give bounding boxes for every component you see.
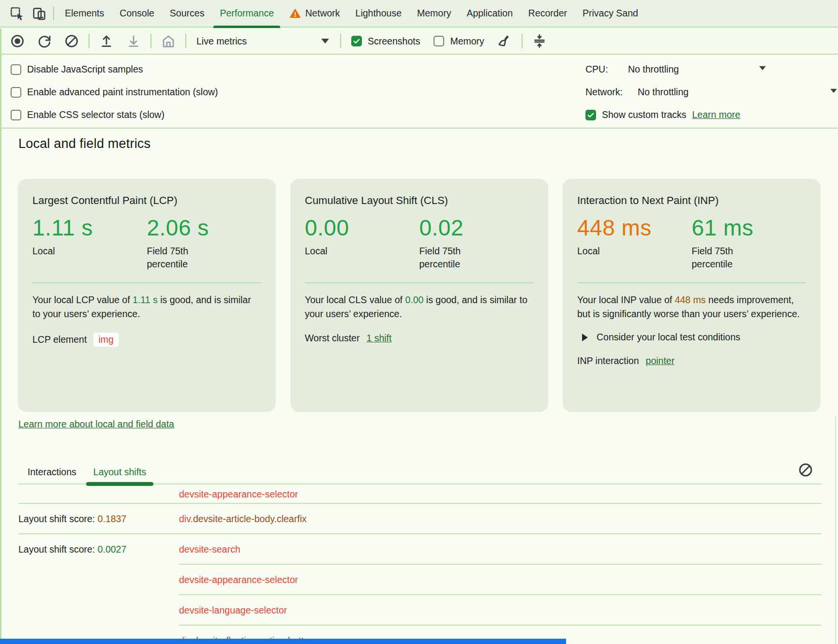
cls-worst-cluster-link[interactable]: 1 shift [366, 333, 391, 344]
cls-local-value: 0.00 [305, 215, 419, 241]
advanced-paint-row[interactable]: Enable advanced paint instrumentation (s… [11, 81, 218, 103]
cpu-throttling-select[interactable]: No throttling [628, 64, 679, 75]
tab-memory[interactable]: Memory [409, 0, 459, 27]
tab-interactions[interactable]: Interactions [20, 460, 84, 483]
collapse-panel-icon[interactable] [527, 30, 552, 52]
element-link[interactable]: div [179, 513, 190, 524]
cls-field-value: 0.02 [419, 215, 534, 241]
score-value: 0.1837 [98, 513, 127, 524]
tab-label: Memory [417, 8, 451, 19]
save-profile-button[interactable] [121, 30, 146, 52]
reload-and-record-button[interactable] [32, 30, 57, 52]
tab-label: Interactions [28, 467, 76, 478]
tab-application[interactable]: Application [459, 0, 520, 27]
clear-log-icon[interactable] [797, 462, 814, 478]
device-toolbar-icon[interactable] [28, 2, 50, 25]
disable-js-samples-row[interactable]: Disable JavaScript samples [11, 58, 218, 81]
css-selector-stats-row[interactable]: Enable CSS selector stats (slow) [11, 103, 218, 126]
toolbar-separator [89, 34, 90, 48]
lcp-desc-value: 1.11 s [133, 294, 158, 305]
cls-desc-prefix: Your local CLS value of [305, 294, 405, 305]
chevron-down-icon[interactable] [830, 89, 837, 93]
table-row[interactable]: Layout shift score: 0.1837 div.devsite-a… [18, 504, 822, 534]
css-selector-stats-checkbox[interactable] [11, 110, 21, 120]
element-link[interactable]: devsite-appearance-selector [179, 489, 298, 499]
card-divider [32, 282, 261, 283]
tab-console[interactable]: Console [112, 0, 162, 27]
collect-garbage-icon[interactable] [492, 30, 517, 52]
tab-label: Recorder [528, 8, 567, 19]
panel-mode-select[interactable]: Live metrics [191, 30, 336, 52]
cls-card: Cumulative Layout Shift (CLS) 0.00 Local… [290, 179, 548, 412]
inp-disclosure-label: Consider your local test conditions [597, 332, 740, 343]
inp-local-conditions-disclosure[interactable]: Consider your local test conditions [577, 332, 806, 343]
tab-label: Lighthouse [356, 8, 402, 19]
tab-network[interactable]: Network [282, 0, 348, 27]
tab-recorder[interactable]: Recorder [521, 0, 575, 27]
custom-tracks-row: Show custom tracks Learn more [585, 103, 838, 126]
element-link[interactable]: devsite-search [179, 544, 240, 555]
memory-checkbox[interactable] [434, 36, 444, 46]
inp-interaction-row: INP interaction pointer [577, 355, 806, 366]
shift-element-cell: devsite-appearance-selector [179, 574, 298, 585]
inp-interaction-label: INP interaction [577, 355, 639, 366]
lcp-element-link[interactable]: img [93, 333, 118, 347]
tab-label: Privacy Sand [583, 8, 638, 19]
cls-field-label: Field 75th percentile [419, 245, 482, 271]
shift-element-cell: devsite-appearance-selector [179, 489, 298, 500]
cpu-throttling-row: CPU: No throttling [585, 58, 838, 81]
table-row[interactable]: devsite-language-selector [18, 595, 822, 626]
page-title: Local and field metrics [18, 136, 150, 151]
network-throttling-select[interactable]: No throttling [638, 87, 688, 98]
throttling-settings: CPU: No throttling Network: No throttlin… [585, 58, 838, 126]
element-link-rest[interactable]: .devsite-article-body.clearfix [190, 513, 306, 524]
element-link[interactable]: devsite-appearance-selector [179, 574, 298, 585]
disable-js-samples-checkbox[interactable] [11, 64, 21, 75]
cpu-label: CPU: [585, 64, 608, 75]
inp-description: Your local INP value of 448 ms needs imp… [577, 293, 806, 321]
css-selector-stats-label: Enable CSS selector stats (slow) [27, 109, 165, 120]
shift-element-cell: devsite-language-selector [179, 605, 287, 616]
table-row[interactable]: devsite-appearance-selector [18, 484, 822, 504]
clear-button[interactable] [59, 30, 84, 52]
tab-label: Layout shifts [93, 467, 146, 478]
cls-local-label: Local [305, 245, 368, 258]
tab-layout-shifts[interactable]: Layout shifts [86, 460, 153, 483]
screenshots-checkbox-row[interactable]: Screenshots [345, 36, 426, 47]
table-row[interactable]: devsite-appearance-selector [18, 565, 822, 595]
memory-checkbox-row[interactable]: Memory [428, 36, 490, 47]
tab-elements[interactable]: Elements [57, 0, 112, 27]
tab-performance[interactable]: Performance [212, 0, 282, 27]
screenshots-checkbox[interactable] [351, 36, 362, 46]
score-label: Layout shift score: [18, 544, 98, 555]
custom-tracks-checkbox[interactable] [585, 110, 596, 120]
chevron-down-icon[interactable] [759, 66, 766, 71]
tab-label: Console [120, 8, 154, 19]
card-divider [305, 282, 534, 283]
table-row[interactable]: Layout shift score: 0.0027 devsite-searc… [18, 534, 822, 565]
panel-mode-value: Live metrics [196, 36, 247, 47]
screenshots-label: Screenshots [368, 36, 420, 47]
lcp-field-value: 2.06 s [147, 215, 262, 241]
custom-tracks-learn-more-link[interactable]: Learn more [692, 109, 740, 120]
performance-toolbar: Live metrics Screenshots Memory [0, 29, 838, 55]
tab-privacy-sandbox[interactable]: Privacy Sand [575, 0, 646, 27]
element-link[interactable]: devsite-language-selector [179, 605, 287, 615]
tab-lighthouse[interactable]: Lighthouse [348, 0, 409, 27]
shift-element-cell: div.devsite-article-body.clearfix [179, 513, 307, 525]
chevron-down-icon [321, 39, 329, 44]
logs-tabbar: Interactions Layout shifts [18, 454, 822, 484]
cls-desc-value: 0.00 [405, 294, 423, 305]
inp-interaction-link[interactable]: pointer [646, 355, 675, 366]
layout-shift-list: devsite-appearance-selector Layout shift… [18, 484, 822, 644]
memory-label: Memory [450, 36, 484, 47]
learn-more-local-field-link[interactable]: Learn more about local and field data [18, 419, 174, 430]
panel-left-border [0, 29, 1, 644]
load-profile-button[interactable] [94, 30, 119, 52]
disable-js-samples-label: Disable JavaScript samples [27, 64, 143, 75]
home-button[interactable] [156, 30, 181, 52]
advanced-paint-checkbox[interactable] [11, 87, 21, 98]
inspect-element-icon[interactable] [6, 2, 28, 25]
record-button[interactable] [5, 30, 30, 52]
tab-sources[interactable]: Sources [162, 0, 212, 27]
